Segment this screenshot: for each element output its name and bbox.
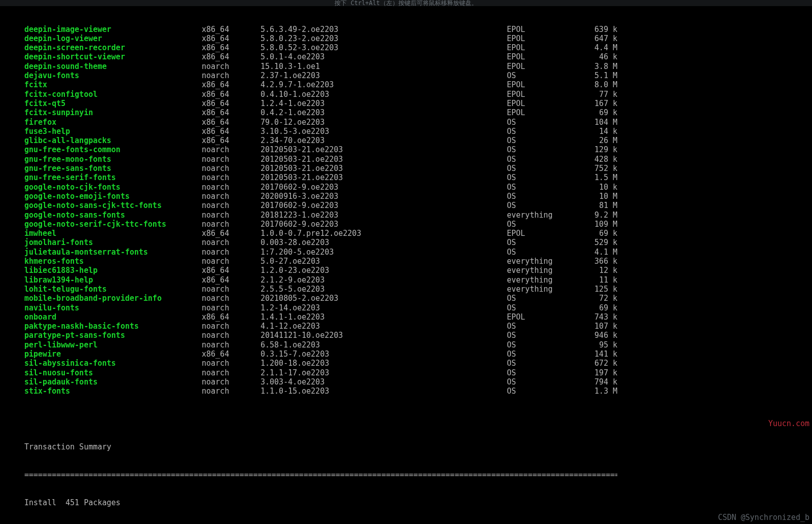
- pkg-repo: OS: [507, 201, 573, 210]
- pkg-repo: OS: [507, 359, 573, 368]
- pkg-repo: EPOL: [507, 312, 573, 322]
- pkg-ver: 1.2.0-23.oe2203: [261, 266, 507, 275]
- pkg-arch: noarch: [202, 155, 261, 164]
- pkg-arch: noarch: [202, 285, 261, 294]
- pkg-repo: EPOL: [507, 52, 573, 61]
- terminal-output: deepin-image-viewerx86_645.6.3.49-2.oe22…: [24, 6, 617, 524]
- pkg-ver: 20170602-9.oe2203: [261, 183, 507, 192]
- pkg-arch: noarch: [202, 359, 261, 368]
- pkg-ver: 6.58-1.oe2203: [261, 340, 507, 350]
- package-row: dejavu-fontsnoarch2.37-1.oe2203OS5.1 M: [24, 71, 617, 80]
- pkg-arch: noarch: [202, 220, 261, 229]
- pkg-ver: 2.1.2-9.oe2203: [261, 275, 507, 285]
- pkg-repo: OS: [507, 322, 573, 331]
- package-row: fuse3-helpx86_643.10.5-3.oe2203OS14 k: [24, 127, 617, 136]
- pkg-ver: 79.0-12.oe2203: [261, 118, 507, 127]
- pkg-ver: 5.6.3.49-2.oe2203: [261, 25, 507, 34]
- pkg-size: 647 k: [573, 34, 617, 43]
- package-row: gnu-free-mono-fontsnoarch20120503-21.oe2…: [24, 155, 617, 164]
- pkg-size: 26 M: [573, 136, 617, 145]
- pkg-repo: OS: [507, 136, 573, 145]
- pkg-repo: OS: [507, 127, 573, 136]
- package-row: paktype-naskh-basic-fontsnoarch4.1-12.oe…: [24, 322, 617, 331]
- pkg-repo: everything: [507, 211, 573, 220]
- pkg-repo: OS: [507, 183, 573, 192]
- pkg-arch: x86_64: [202, 312, 261, 322]
- pkg-repo: OS: [507, 350, 573, 359]
- pkg-name: julietaula-montserrat-fonts: [24, 248, 202, 257]
- pkg-size: 46 k: [573, 52, 617, 61]
- pkg-size: 4.4 M: [573, 43, 617, 52]
- pkg-name: fcitx-sunpinyin: [24, 108, 202, 117]
- pkg-name: onboard: [24, 312, 202, 322]
- package-row: gnu-free-serif-fontsnoarch20120503-21.oe…: [24, 173, 617, 182]
- pkg-name: deepin-log-viewer: [24, 34, 202, 43]
- package-row: imwheelx86_641.0.0-0.7.pre12.oe2203EPOL6…: [24, 229, 617, 238]
- pkg-arch: noarch: [202, 164, 261, 173]
- pkg-size: 125 k: [573, 285, 617, 294]
- pkg-repo: everything: [507, 275, 573, 285]
- separator-line: ========================================…: [24, 470, 617, 479]
- pkg-repo: everything: [507, 266, 573, 275]
- pkg-arch: x86_64: [202, 136, 261, 145]
- pkg-arch: noarch: [202, 211, 261, 220]
- pkg-arch: noarch: [202, 62, 261, 71]
- pkg-size: 69 k: [573, 108, 617, 117]
- package-row: fcitx-qt5x86_641.2.4-1.oe2203EPOL167 k: [24, 99, 617, 108]
- pkg-ver: 1.2.4-1.oe2203: [261, 99, 507, 108]
- pkg-name: libraw1394-help: [24, 275, 202, 285]
- pkg-arch: noarch: [202, 238, 261, 247]
- pkg-arch: noarch: [202, 387, 261, 396]
- pkg-ver: 20120503-21.oe2203: [261, 173, 507, 182]
- package-row: deepin-log-viewerx86_645.8.0.23-2.oe2203…: [24, 34, 617, 43]
- pkg-name: gnu-free-serif-fonts: [24, 173, 202, 182]
- pkg-repo: OS: [507, 248, 573, 257]
- pkg-repo: everything: [507, 285, 573, 294]
- pkg-size: 141 k: [573, 350, 617, 359]
- pkg-name: fcitx-qt5: [24, 99, 202, 108]
- pkg-name: lohit-telugu-fonts: [24, 285, 202, 294]
- pkg-size: 77 k: [573, 90, 617, 99]
- pkg-size: 72 k: [573, 294, 617, 303]
- package-row: julietaula-montserrat-fontsnoarch1:7.200…: [24, 248, 617, 257]
- package-row: deepin-screen-recorderx86_645.8.0.52-3.o…: [24, 43, 617, 52]
- pkg-ver: 2.5.5-5.oe2203: [261, 285, 507, 294]
- pkg-name: khmeros-fonts: [24, 257, 202, 266]
- pkg-repo: OS: [507, 145, 573, 154]
- pkg-size: 4.1 M: [573, 248, 617, 257]
- pkg-size: 3.8 M: [573, 62, 617, 71]
- pkg-size: 366 k: [573, 257, 617, 266]
- pkg-name: fcitx-configtool: [24, 90, 202, 99]
- pkg-name: firefox: [24, 118, 202, 127]
- package-row: google-noto-sans-cjk-ttc-fontsnoarch2017…: [24, 201, 617, 210]
- pkg-name: perl-libwww-perl: [24, 340, 202, 350]
- package-row: pipewirex86_640.3.15-7.oe2203OS141 k: [24, 350, 617, 359]
- pkg-ver: 20200916-3.oe2203: [261, 192, 507, 201]
- pkg-size: 8.0 M: [573, 80, 617, 89]
- pkg-size: 109 M: [573, 220, 617, 229]
- pkg-repo: OS: [507, 220, 573, 229]
- pkg-size: 14 k: [573, 127, 617, 136]
- pkg-arch: noarch: [202, 71, 261, 80]
- pkg-repo: OS: [507, 118, 573, 127]
- pkg-repo: OS: [507, 387, 573, 396]
- pkg-ver: 5.0-27.oe2203: [261, 257, 507, 266]
- pkg-ver: 20120503-21.oe2203: [261, 155, 507, 164]
- pkg-size: 672 k: [573, 359, 617, 368]
- pkg-name: deepin-shortcut-viewer: [24, 52, 202, 61]
- pkg-size: 12 k: [573, 266, 617, 275]
- pkg-arch: noarch: [202, 145, 261, 154]
- package-row: gnu-free-fonts-commonnoarch20120503-21.o…: [24, 145, 617, 154]
- pkg-repo: EPOL: [507, 90, 573, 99]
- package-row: fcitx-sunpinyinx86_640.4.2-1.oe2203EPOL6…: [24, 108, 617, 117]
- pkg-repo: OS: [507, 303, 573, 312]
- package-row: sil-padauk-fontsnoarch3.003-4.oe2203OS79…: [24, 377, 617, 387]
- package-row: sil-abyssinica-fontsnoarch1.200-18.oe220…: [24, 359, 617, 368]
- pkg-repo: everything: [507, 257, 573, 266]
- pkg-name: paktype-naskh-basic-fonts: [24, 322, 202, 331]
- pkg-size: 5.1 M: [573, 71, 617, 80]
- pkg-ver: 5.8.0.52-3.oe2203: [261, 43, 507, 52]
- pkg-name: imwheel: [24, 229, 202, 238]
- pkg-ver: 20170602-9.oe2203: [261, 220, 507, 229]
- pkg-name: deepin-image-viewer: [24, 25, 202, 34]
